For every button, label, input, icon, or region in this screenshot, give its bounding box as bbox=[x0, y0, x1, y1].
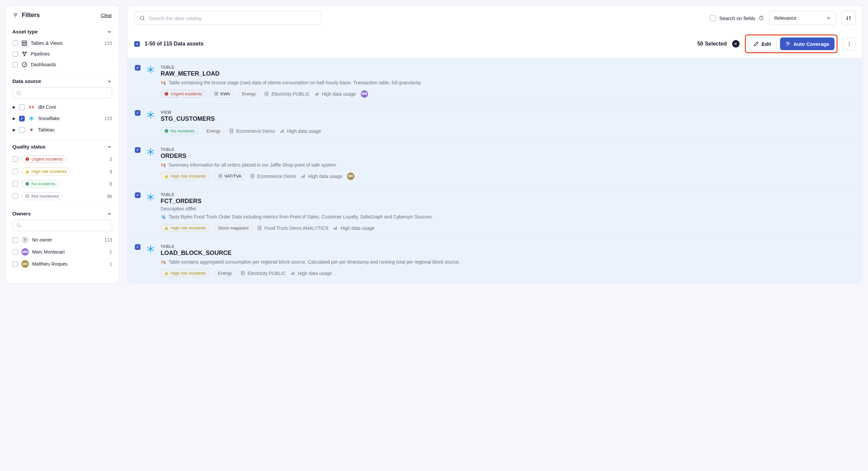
checkbox[interactable] bbox=[12, 181, 18, 187]
svg-point-35 bbox=[849, 43, 849, 44]
filter-tableau[interactable]: ▶ Tableau bbox=[12, 124, 112, 135]
auto-coverage-button[interactable]: Auto Coverage bbox=[780, 37, 835, 50]
asset-location: Food Truck Demo ANALYTICS bbox=[257, 225, 328, 231]
not-monitored-pill: Not monitored bbox=[22, 192, 63, 200]
filter-label: dbt Core bbox=[38, 104, 56, 110]
quality-status-header[interactable]: Quality status bbox=[12, 144, 112, 150]
asset-checkbox[interactable] bbox=[135, 65, 141, 71]
filter-dashboards[interactable]: Dashboards bbox=[12, 59, 112, 70]
checkbox[interactable] bbox=[12, 237, 18, 243]
filter-no-incidents[interactable]: No incidents 8 bbox=[12, 178, 112, 190]
database-icon bbox=[257, 225, 262, 230]
expand-caret-icon[interactable]: ▶ bbox=[12, 128, 16, 132]
filter-label: Marc Montanari bbox=[32, 249, 65, 255]
snowflake-icon bbox=[146, 147, 155, 157]
asset-checkbox[interactable] bbox=[135, 244, 141, 250]
filter-label: Pipelines bbox=[31, 51, 50, 57]
tag-pill: Energy bbox=[215, 269, 236, 277]
checkbox[interactable] bbox=[12, 261, 18, 267]
asset-row[interactable]: TABLE LOAD_BLOCK_SOURCE Table contains a… bbox=[127, 238, 862, 283]
asset-kind: VIEW bbox=[161, 110, 855, 115]
checkbox[interactable] bbox=[12, 62, 18, 68]
svg-rect-3 bbox=[22, 41, 27, 45]
bar-chart-icon bbox=[290, 271, 296, 276]
expand-caret-icon[interactable]: ▶ bbox=[12, 117, 16, 121]
asset-checkbox[interactable] bbox=[135, 110, 141, 116]
asset-kind: TABLE bbox=[161, 192, 855, 197]
asset-row[interactable]: TABLE RAW_METER_LOAD Table containing th… bbox=[127, 59, 862, 104]
filter-label: Dashboards bbox=[31, 62, 56, 67]
checkbox[interactable] bbox=[12, 168, 18, 174]
domain-tag: VAT/TVA bbox=[215, 172, 245, 180]
asset-row[interactable]: TABLE FCT_ORDERS Description sifflet Tas… bbox=[127, 186, 862, 238]
filter-urgent-incidents[interactable]: Urgent incidents 2 bbox=[12, 153, 112, 165]
dashboard-icon bbox=[22, 62, 27, 68]
snowflake-icon bbox=[146, 192, 155, 202]
sort-select[interactable]: Relevance bbox=[769, 11, 836, 25]
sort-icon bbox=[845, 15, 851, 21]
select-all-checkbox[interactable] bbox=[134, 41, 140, 47]
asset-kind: TABLE bbox=[161, 244, 855, 249]
svg-point-9 bbox=[24, 55, 25, 56]
checkbox[interactable] bbox=[19, 104, 25, 110]
edit-button[interactable]: Edit bbox=[748, 37, 777, 50]
more-actions-button[interactable] bbox=[843, 37, 856, 50]
asset-title: STG_CUSTOMERS bbox=[161, 116, 855, 122]
clear-filters-link[interactable]: Clear bbox=[101, 13, 112, 18]
asset-title: ORDERS bbox=[161, 153, 855, 160]
checkbox[interactable] bbox=[19, 127, 25, 133]
action-buttons-highlight: Edit Auto Coverage bbox=[745, 34, 838, 53]
status-pill: High risk incidents bbox=[161, 172, 210, 180]
svg-line-29 bbox=[20, 226, 21, 227]
expand-caret-icon[interactable]: ▶ bbox=[12, 105, 16, 109]
asset-checkbox[interactable] bbox=[135, 192, 141, 198]
catalog-search-input[interactable] bbox=[149, 15, 316, 21]
snowflake-icon bbox=[146, 65, 155, 74]
filter-label: No owner bbox=[32, 237, 52, 243]
checkbox[interactable] bbox=[12, 40, 18, 46]
checkbox[interactable] bbox=[710, 15, 716, 21]
asset-row[interactable]: VIEW STG_CUSTOMERS No incidentsEnergy Ec… bbox=[127, 104, 862, 141]
filter-count: 2 bbox=[110, 157, 112, 162]
filter-high-risk[interactable]: High risk incidents 9 bbox=[12, 165, 112, 178]
svg-point-33 bbox=[761, 19, 762, 20]
results-range: 1-50 of 115 Data assets bbox=[145, 41, 204, 47]
filter-label: Tableau bbox=[38, 127, 55, 132]
bar-chart-icon bbox=[280, 128, 285, 133]
no-incidents-pill: No incidents bbox=[22, 180, 59, 188]
checkbox[interactable] bbox=[12, 249, 18, 255]
catalog-search[interactable] bbox=[134, 11, 321, 25]
filter-pipelines[interactable]: Pipelines bbox=[12, 49, 112, 59]
clear-selection-button[interactable]: ✕ bbox=[732, 40, 740, 48]
asset-type-header[interactable]: Asset type bbox=[12, 29, 112, 34]
sort-direction-button[interactable] bbox=[842, 11, 856, 25]
owners-header[interactable]: Owners bbox=[12, 211, 112, 216]
checkbox[interactable] bbox=[19, 116, 25, 121]
filter-dbt-core[interactable]: ▶ dbt Core bbox=[12, 101, 112, 113]
filter-snowflake[interactable]: ▶ Snowflake 115 bbox=[12, 113, 112, 124]
section-asset-type: Asset type Tables & Views 115 Pipelines … bbox=[12, 25, 112, 74]
asset-location: Ecommerce Demo bbox=[229, 128, 275, 134]
filter-tables-views[interactable]: Tables & Views 115 bbox=[12, 38, 112, 49]
data-source-header[interactable]: Data source bbox=[12, 78, 112, 84]
asset-description: Tasty Bytes Food Truck Order Data includ… bbox=[161, 214, 855, 219]
avatar: MM bbox=[22, 248, 29, 256]
filter-no-owner[interactable]: ? No owner 113 bbox=[12, 234, 112, 246]
asset-row[interactable]: TABLE ORDERS Summary information for all… bbox=[127, 141, 862, 186]
filter-count: 96 bbox=[107, 194, 112, 199]
help-circle-icon[interactable] bbox=[758, 15, 764, 21]
datasource-search[interactable] bbox=[12, 87, 112, 99]
owners-search[interactable] bbox=[12, 220, 112, 231]
checkbox[interactable] bbox=[12, 51, 18, 57]
filter-not-monitored[interactable]: Not monitored 96 bbox=[12, 190, 112, 202]
svg-rect-21 bbox=[27, 158, 27, 159]
asset-usage: High data usage bbox=[280, 128, 321, 134]
filter-owner-marc[interactable]: MM Marc Montanari 1 bbox=[12, 246, 112, 258]
svg-rect-23 bbox=[27, 171, 27, 172]
asset-checkbox[interactable] bbox=[135, 147, 141, 153]
checkbox[interactable] bbox=[12, 156, 18, 162]
filter-owner-matthieu[interactable]: MR Matthieu Roques 1 bbox=[12, 258, 112, 270]
filter-count: 115 bbox=[104, 40, 112, 46]
search-on-fields-toggle[interactable]: Search on fields bbox=[710, 15, 764, 21]
checkbox[interactable] bbox=[12, 193, 18, 199]
